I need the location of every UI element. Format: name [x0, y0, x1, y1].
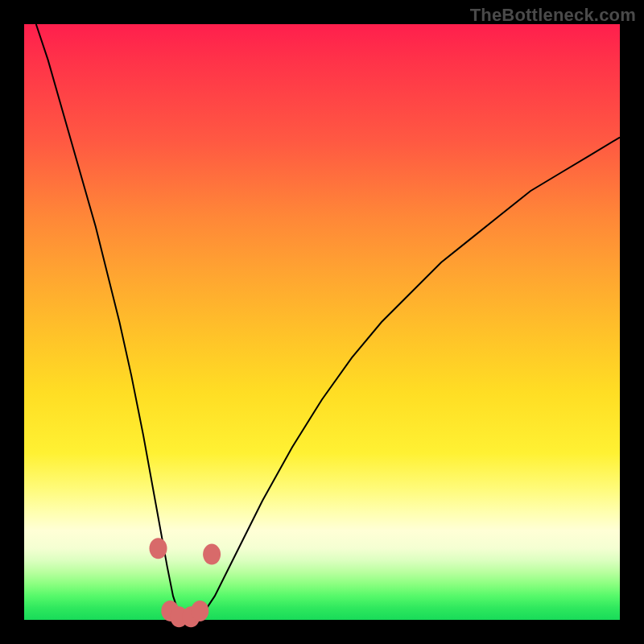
curve-marker	[150, 538, 167, 559]
curve-marker	[191, 601, 208, 621]
curve-marker	[203, 544, 221, 565]
bottleneck-curve	[36, 24, 620, 620]
chart-plot-area	[24, 24, 620, 620]
curve-markers	[150, 538, 221, 627]
chart-frame: TheBottleneck.com	[0, 0, 644, 644]
watermark-text: TheBottleneck.com	[470, 5, 636, 26]
bottleneck-curve-svg	[24, 24, 620, 620]
